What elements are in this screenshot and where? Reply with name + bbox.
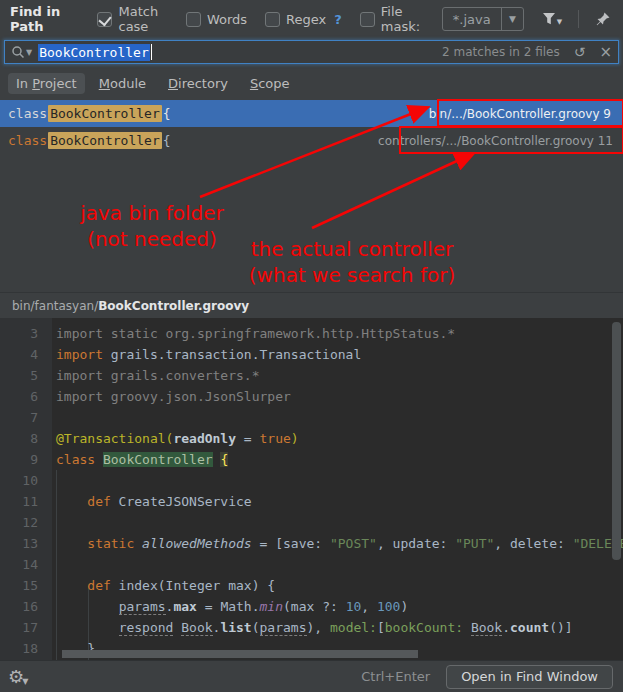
code-line: 9class BookController { — [0, 449, 623, 470]
code-line: 19 — [0, 659, 623, 660]
code-line: 13 static allowedMethods = [save: "POST"… — [0, 533, 623, 554]
open-in-find-window-button[interactable]: Open in Find Window — [446, 665, 613, 689]
result-row-bin[interactable]: classBookController { bin/.../BookContro… — [0, 100, 623, 127]
code-line: 11 def CreateJSONService — [0, 491, 623, 512]
regex-label: Regex — [286, 12, 326, 27]
filter-icon[interactable]: ▼ — [540, 10, 564, 28]
chevron-down-icon[interactable]: ▼ — [501, 8, 523, 30]
file-mask-option[interactable]: File mask: — [360, 4, 424, 34]
text-caret — [151, 44, 152, 60]
words-label: Words — [207, 12, 247, 27]
match-case-label: Match case — [118, 4, 167, 34]
file-mask-label: File mask: — [381, 4, 424, 34]
toolbar-divider — [578, 10, 579, 28]
dialog-title: Find in Path — [10, 4, 75, 34]
match-count-status: 2 matches in 2 files — [442, 45, 560, 59]
shortcut-hint: Ctrl+Enter — [361, 669, 430, 684]
search-row: ▼ BookController 2 matches in 2 files ↺ … — [0, 38, 623, 66]
code-line: 14 — [0, 554, 623, 575]
code-line: 12 — [0, 512, 623, 533]
code-line: 16 params.max = Math.min(max ?: 10, 100) — [0, 596, 623, 617]
vertical-scrollbar[interactable] — [612, 322, 621, 560]
code-line: 8@Transactional(readOnly = true) — [0, 428, 623, 449]
match-case-checkbox[interactable] — [97, 12, 112, 27]
tab-scope[interactable]: Scope — [242, 73, 298, 94]
code-line: 7 — [0, 407, 623, 428]
tab-directory[interactable]: Directory — [160, 73, 236, 94]
match-highlight: BookController — [48, 105, 162, 122]
code-line: 5import grails.converters.* — [0, 365, 623, 386]
code-line: 6import groovy.json.JsonSlurper — [0, 386, 623, 407]
preview-file-name: BookController.groovy — [98, 299, 249, 313]
revert-icon[interactable]: ↺ — [574, 44, 586, 60]
regex-help-icon[interactable]: ? — [334, 12, 342, 27]
result-code: class — [8, 133, 47, 148]
find-in-path-dialog: Find in Path Match case Words Regex ? Fi… — [0, 0, 623, 692]
code-line: 4import grails.transaction.Transactional — [0, 344, 623, 365]
result-row-controllers[interactable]: classBookController { controllers/.../Bo… — [0, 127, 623, 154]
file-mask-value: *.java — [443, 12, 501, 27]
tab-in-project[interactable]: In Project — [8, 73, 85, 94]
result-path: controllers/.../BookController.groovy 11 — [378, 134, 615, 148]
toolbar: Find in Path Match case Words Regex ? Fi… — [0, 0, 623, 38]
pin-icon[interactable] — [593, 9, 613, 29]
words-option[interactable]: Words — [186, 12, 247, 27]
search-input[interactable]: ▼ BookController 2 matches in 2 files ↺ … — [4, 40, 619, 64]
tab-module[interactable]: Module — [91, 73, 154, 94]
scope-tabs: In Project Module Directory Scope — [0, 66, 623, 100]
search-history-chevron-icon[interactable]: ▼ — [26, 48, 32, 57]
regex-checkbox[interactable] — [265, 12, 280, 27]
search-icon[interactable]: ▼ — [11, 45, 32, 59]
result-code: class — [8, 106, 47, 121]
footer-bar: ⚙▼ Ctrl+Enter Open in Find Window — [0, 660, 623, 692]
file-mask-dropdown[interactable]: *.java ▼ — [442, 7, 524, 31]
code-editor[interactable]: 3import static org.springframework.http.… — [0, 318, 623, 660]
settings-gear-icon[interactable]: ⚙▼ — [8, 668, 28, 686]
match-highlight: BookController — [48, 132, 162, 149]
file-mask-checkbox[interactable] — [360, 12, 375, 27]
close-icon[interactable]: × — [599, 45, 612, 60]
match-case-option[interactable]: Match case — [97, 4, 167, 34]
regex-option[interactable]: Regex ? — [265, 12, 342, 27]
results-list: classBookController { bin/.../BookContro… — [0, 100, 623, 292]
words-checkbox[interactable] — [186, 12, 201, 27]
code-line: 10 — [0, 470, 623, 491]
preview-path-prefix: bin/fantasyan/ — [12, 299, 98, 313]
code-editor-lines: 3import static org.springframework.http.… — [0, 318, 623, 660]
code-line: 3import static org.springframework.http.… — [0, 323, 623, 344]
result-path: bin/.../BookController.groovy 9 — [429, 107, 615, 121]
preview-file-header: bin/fantasyan/BookController.groovy — [0, 292, 623, 318]
search-query-text: BookController — [38, 44, 150, 61]
horizontal-scrollbar[interactable] — [62, 650, 418, 658]
code-line: 17 respond Book.list(params), model:[boo… — [0, 617, 623, 638]
code-line: 15 def index(Integer max) { — [0, 575, 623, 596]
